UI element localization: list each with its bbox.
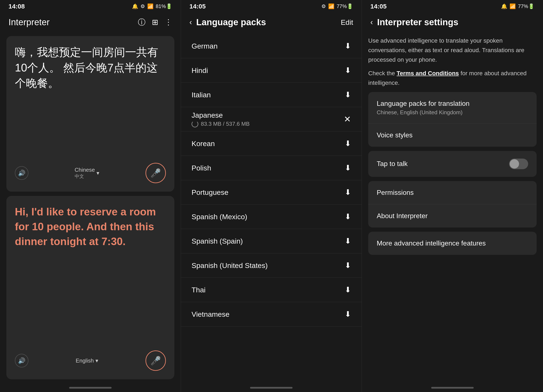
lang-item-info: Italian: [192, 91, 211, 99]
language-packs-sub: Chinese, English (United Kingdom): [377, 109, 469, 116]
lang-item[interactable]: Hindi⬇: [181, 58, 362, 83]
permissions-about-card: Permissions About Interpreter: [368, 181, 537, 228]
download-icon: ⬇: [345, 285, 351, 294]
grid-icon[interactable]: ⊞: [152, 18, 158, 27]
about-interpreter-item[interactable]: About Interpreter: [368, 204, 537, 228]
language-packs-panel: 14:05 ⚙ 📶 77%🔋 ‹ Language packs Edit Ger…: [181, 0, 362, 392]
settings-body: Use advanced intelligence to translate y…: [362, 32, 543, 384]
chinese-lang-sub: 中文: [75, 173, 95, 179]
language-packs-label: Language packs for translation: [377, 100, 469, 107]
lang-item[interactable]: Polish⬇: [181, 156, 362, 180]
lang-item[interactable]: Japanese83.3 MB / 537.6 MB✕: [181, 107, 362, 131]
lang-item-name: Spanish (Spain): [192, 237, 243, 245]
home-bar-2: [250, 387, 293, 389]
battery-icon-2: 77%🔋: [337, 3, 353, 9]
progress-circle-icon: [192, 121, 198, 127]
english-speech-card: Hi, I'd like to reserve a room for 10 pe…: [6, 196, 174, 379]
lang-item-info: Spanish (United States): [192, 261, 268, 270]
interpreter-panel: 14:08 🔔 ⚙ 📶 81%🔋 Interpreter ⓘ ⊞ ⋮ 嗨，我想预…: [0, 0, 181, 392]
lang-item-name: German: [192, 42, 218, 50]
lang-item-info: Polish: [192, 164, 211, 172]
lang-item-info: Portuguese: [192, 188, 228, 196]
mic-btn-1[interactable]: 🎤: [146, 163, 166, 183]
close-download-icon: ✕: [344, 114, 351, 124]
home-indicator-3: [362, 384, 543, 392]
speaker-btn-1[interactable]: 🔊: [15, 166, 28, 180]
back-button[interactable]: ‹: [189, 18, 192, 27]
download-icon: ⬇: [345, 163, 351, 172]
mic-btn-2[interactable]: 🎤: [146, 350, 166, 371]
lang-item-info: Spanish (Spain): [192, 237, 243, 245]
lang-item[interactable]: Spanish (Mexico)⬇: [181, 205, 362, 229]
home-bar-3: [431, 387, 474, 389]
more-advanced-card[interactable]: More advanced intelligence features: [368, 232, 537, 255]
chinese-lang-selector[interactable]: Chinese 中文 ▾: [75, 167, 99, 179]
download-icon: ⬇: [345, 139, 351, 148]
lang-item-info: Hindi: [192, 66, 208, 75]
lang-item[interactable]: Italian⬇: [181, 83, 362, 107]
lang-item[interactable]: German⬇: [181, 34, 362, 58]
signal-icon-2: 📶: [328, 3, 334, 9]
lang-item[interactable]: Spanish (United States)⬇: [181, 253, 362, 278]
header-icons: ⓘ ⊞ ⋮: [138, 17, 172, 28]
time-3: 14:05: [370, 3, 387, 10]
notification-icon-3: 🔔: [501, 3, 507, 9]
edit-button[interactable]: Edit: [341, 18, 353, 27]
download-icon: ⬇: [345, 188, 351, 197]
chevron-down-icon-2: ▾: [96, 358, 98, 364]
home-indicator-2: [181, 384, 362, 392]
settings-back-button[interactable]: ‹: [370, 18, 373, 27]
card1-footer: 🔊 Chinese 中文 ▾ 🎤: [15, 163, 166, 183]
app-header: Interpreter ⓘ ⊞ ⋮: [0, 13, 181, 32]
info-icon[interactable]: ⓘ: [138, 17, 146, 28]
tap-to-talk-toggle[interactable]: [509, 159, 528, 169]
toggle-knob: [510, 159, 519, 168]
lang-item[interactable]: Portuguese⬇: [181, 180, 362, 205]
lang-item[interactable]: Thai⬇: [181, 278, 362, 302]
lang-item[interactable]: Korean⬇: [181, 131, 362, 156]
language-packs-card[interactable]: Language packs for translation Chinese, …: [368, 92, 537, 147]
tap-to-talk-item[interactable]: Tap to talk: [368, 151, 537, 177]
more-icon[interactable]: ⋮: [164, 18, 172, 27]
chinese-speech-card: 嗨，我想预定一间房间一共有10个人。 然后今晚7点半的这个晚餐。 🔊 Chine…: [6, 36, 174, 192]
lang-item-name: Vietnamese: [192, 310, 230, 319]
english-text: Hi, I'd like to reserve a room for 10 pe…: [15, 204, 166, 249]
terms-link[interactable]: Terms and Conditions: [397, 70, 459, 77]
app-title: Interpreter: [8, 17, 50, 27]
interpreter-settings-panel: 14:05 🔔 📶 77%🔋 ‹ Interpreter settings Us…: [362, 0, 543, 392]
permissions-label: Permissions: [377, 189, 414, 196]
notification-icon: 🔔: [132, 3, 138, 9]
lang-item-name: Korean: [192, 140, 215, 148]
settings-status-icon: ⚙: [140, 3, 145, 9]
home-bar-1: [69, 387, 112, 389]
language-packs-item[interactable]: Language packs for translation Chinese, …: [368, 92, 537, 123]
status-bar-1: 14:08 🔔 ⚙ 📶 81%🔋: [0, 0, 181, 13]
lang-item-name: Portuguese: [192, 188, 228, 196]
lang-item-info: German: [192, 42, 218, 50]
time-2: 14:05: [189, 3, 206, 10]
status-icons-2: ⚙ 📶 77%🔋: [321, 3, 353, 9]
voice-styles-label: Voice styles: [377, 131, 413, 139]
status-bar-3: 14:05 🔔 📶 77%🔋: [362, 0, 543, 13]
status-icons-1: 🔔 ⚙ 📶 81%🔋: [132, 3, 172, 9]
lang-item-info: Korean: [192, 140, 215, 148]
speaker-btn-2[interactable]: 🔊: [15, 354, 28, 367]
chinese-text: 嗨，我想预定一间房间一共有10个人。 然后今晚7点半的这个晚餐。: [15, 45, 166, 91]
download-icon: ⬇: [345, 237, 351, 246]
lang-pack-header: ‹ Language packs Edit: [181, 13, 362, 32]
card2-footer: 🔊 English ▾ 🎤: [15, 350, 166, 371]
download-icon: ⬇: [345, 90, 351, 99]
permissions-item[interactable]: Permissions: [368, 181, 537, 204]
voice-styles-item[interactable]: Voice styles: [368, 123, 537, 147]
lang-item-info: Spanish (Mexico): [192, 213, 247, 221]
download-icon: ⬇: [345, 310, 351, 319]
lang-item[interactable]: Spanish (Spain)⬇: [181, 229, 362, 253]
english-lang-name: English: [76, 358, 94, 364]
lang-item-info: Thai: [192, 286, 205, 294]
header-left: ‹ Language packs: [189, 17, 266, 27]
lang-item[interactable]: Vietnamese⬇: [181, 302, 362, 326]
english-lang-selector[interactable]: English ▾: [76, 358, 98, 364]
language-list: German⬇Hindi⬇Italian⬇Japanese83.3 MB / 5…: [181, 32, 362, 384]
chinese-lang-name: Chinese: [75, 167, 95, 173]
lang-pack-title: Language packs: [196, 17, 266, 27]
